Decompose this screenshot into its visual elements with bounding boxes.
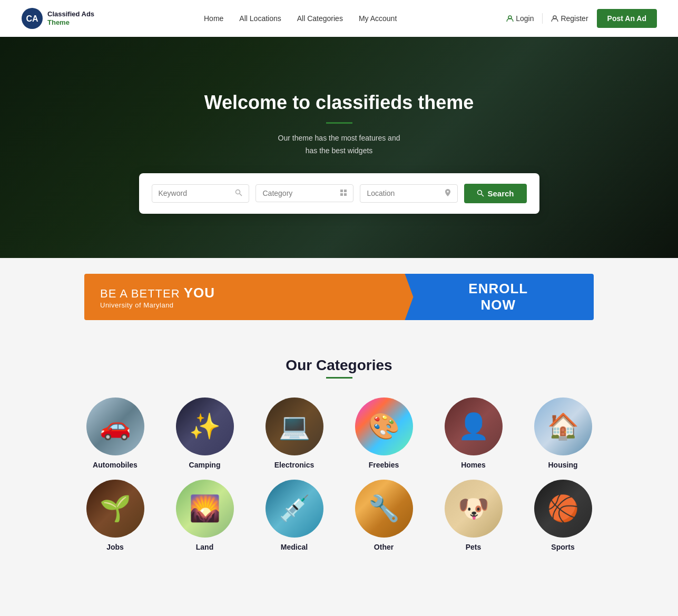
category-image-freebies: 🎨 [355,398,413,455]
svg-rect-7 [344,190,347,192]
nav-locations[interactable]: All Locations [239,14,281,23]
categories-section: Our Categories 🚗Automobiles✨Camping💻Elec… [0,336,678,583]
category-item-electronics[interactable]: 💻Electronics [255,398,334,469]
category-image-medical: 💉 [266,480,323,538]
nav-categories[interactable]: All Categories [297,14,343,23]
category-label-automobiles: Automobiles [93,461,137,469]
category-label-sports: Sports [551,543,574,551]
location-input[interactable] [367,189,440,197]
register-icon [551,15,558,22]
category-label-other: Other [374,543,394,551]
keyword-input[interactable] [159,189,231,197]
category-item-medical[interactable]: 💉Medical [255,480,334,551]
category-label-housing: Housing [548,461,578,469]
search-button-icon [477,190,484,197]
category-image-pets: 🐶 [445,480,503,538]
svg-text:CA: CA [26,14,38,23]
header-right: Login Register Post An Ad [506,9,657,28]
categories-underline [326,377,352,379]
post-ad-button[interactable]: Post An Ad [597,9,657,28]
category-label-homes: Homes [461,461,486,469]
category-item-freebies[interactable]: 🎨Freebies [345,398,424,469]
logo[interactable]: CA Classified Ads Theme [21,7,94,29]
svg-line-11 [482,194,484,196]
svg-point-10 [478,191,482,195]
category-label-jobs: Jobs [106,543,124,551]
register-button[interactable]: Register [551,14,588,23]
hero-title: Welcome to classifieds theme [204,92,474,114]
category-label-medical: Medical [281,543,308,551]
nav-home[interactable]: Home [204,14,223,23]
category-item-homes[interactable]: 👤Homes [434,398,513,469]
category-label-electronics: Electronics [274,461,314,469]
category-item-pets[interactable]: 🐶Pets [434,480,513,551]
category-item-sports[interactable]: 🏀Sports [524,480,603,551]
banner-right: ENROLL NOW [403,274,594,320]
nav-account[interactable]: My Account [359,14,397,23]
svg-rect-9 [344,193,347,196]
category-label-freebies: Freebies [369,461,399,469]
search-button[interactable]: Search [464,184,526,203]
category-grid-icon [340,189,347,197]
category-item-land[interactable]: 🌄Land [165,480,244,551]
keyword-search-icon [235,189,242,198]
category-label-pets: Pets [466,543,482,551]
keyword-field[interactable] [152,184,250,203]
search-box: Search [139,173,539,214]
login-icon [506,15,514,22]
category-field[interactable] [256,184,353,202]
header: CA Classified Ads Theme Home All Locatio… [0,0,678,37]
location-field[interactable] [360,184,458,203]
category-image-electronics: 💻 [266,398,323,455]
hero-section: Welcome to classifieds theme Our theme h… [0,37,678,258]
svg-line-5 [240,194,242,196]
category-image-jobs: 🌱 [86,480,144,538]
category-image-sports: 🏀 [534,480,592,538]
category-image-camping: ✨ [176,398,234,455]
category-label-land: Land [196,543,213,551]
category-item-other[interactable]: 🔧Other [345,480,424,551]
hero-underline [326,122,352,124]
divider [542,13,543,24]
login-button[interactable]: Login [506,14,534,23]
category-image-other: 🔧 [355,480,413,538]
category-item-jobs[interactable]: 🌱Jobs [76,480,155,551]
logo-text: Classified Ads Theme [47,10,94,26]
categories-title: Our Categories [42,357,636,374]
category-label-camping: Camping [189,461,221,469]
banner-cta: ENROLL NOW [468,281,528,313]
category-input[interactable] [262,189,336,197]
svg-point-4 [236,190,240,194]
banner-left: BE A BETTER YOU University of Maryland [84,274,403,320]
category-item-housing[interactable]: 🏠Housing [524,398,603,469]
svg-rect-8 [340,193,343,196]
category-item-camping[interactable]: ✨Camping [165,398,244,469]
banner[interactable]: BE A BETTER YOU University of Maryland E… [84,274,594,320]
category-image-land: 🌄 [176,480,234,538]
category-image-automobiles: 🚗 [86,398,144,455]
location-pin-icon [445,189,451,198]
banner-text-top: BE A BETTER YOU [100,285,387,301]
banner-wrap: BE A BETTER YOU University of Maryland E… [0,258,678,336]
hero-subtitle: Our theme has the most features and has … [278,132,400,157]
main-nav: Home All Locations All Categories My Acc… [204,14,397,23]
category-image-housing: 🏠 [534,398,592,455]
logo-icon: CA [21,7,43,29]
categories-grid: 🚗Automobiles✨Camping💻Electronics🎨Freebie… [50,398,629,551]
category-item-automobiles[interactable]: 🚗Automobiles [76,398,155,469]
banner-subtitle: University of Maryland [100,301,387,309]
svg-rect-6 [340,190,343,192]
category-image-homes: 👤 [445,398,503,455]
